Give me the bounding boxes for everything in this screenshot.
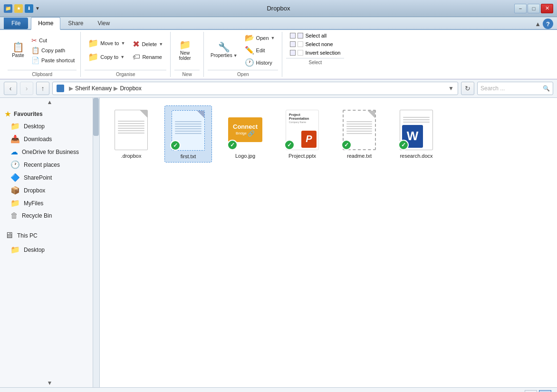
status-views: ⊞ ⊟ [525, 390, 551, 392]
file-item-dropbox[interactable]: .dropbox [107, 105, 155, 163]
ppt-title: Project Presentation [289, 113, 316, 121]
sidebar-item-recent[interactable]: 🕐 Recent places [0, 158, 99, 171]
sidebar-item-onedrive[interactable]: ☁ OneDrive for Business [0, 145, 99, 158]
open-icon: 📂 [245, 33, 254, 42]
properties-button[interactable]: 🔧 Properties ▼ [208, 41, 240, 59]
up-button[interactable]: ↑ [36, 82, 49, 95]
edit-icon: ✏️ [245, 46, 254, 55]
sidebar-item-desktop[interactable]: 📁 Desktop [0, 120, 99, 133]
edit-button[interactable]: ✏️ Edit [241, 44, 278, 56]
favourites-header: ★ Favourites [0, 106, 99, 120]
refresh-button[interactable]: ↻ [461, 82, 474, 95]
file-grid: .dropbox ✓ [107, 105, 549, 163]
file-icon-wrap-readme: ✓ [340, 108, 378, 151]
search-icon: 🔍 [543, 85, 550, 92]
history-button[interactable]: 🕐 History [241, 57, 278, 68]
window-icon-2: ★ [14, 4, 23, 13]
back-button[interactable]: ‹ [4, 82, 17, 95]
main-area: ▲ ★ Favourites 📁 Desktop 📥 Downloads ☁ O… [0, 98, 557, 387]
sidebar-item-sharepoint[interactable]: 🔷 SharePoint [0, 171, 99, 184]
organise-group: 📁 Move to ▼ 📁 Copy to ▼ ✖ Delete ▼ 🏷 [81, 32, 171, 77]
path-icon [57, 85, 64, 92]
title-bar: 📁 ★ ⬇ ▼ Dropbox − □ ✕ [0, 0, 557, 17]
doc-lines-dropbox [115, 119, 147, 135]
file-name-dropbox: .dropbox [121, 153, 142, 159]
tab-share[interactable]: Share [61, 18, 90, 29]
sidebar-label-onedrive: OneDrive for Business [22, 149, 79, 155]
help-button[interactable]: ? [543, 19, 553, 29]
folder-icon-dropbox: 📦 [10, 186, 20, 195]
organise-label: Organise [85, 70, 166, 77]
move-to-arrow: ▼ [121, 41, 125, 46]
file-item-logo[interactable]: Connect Bridge 🔗 ✓ Logo.jpg [221, 105, 269, 163]
sidebar-label-desktop: Desktop [24, 123, 45, 130]
tab-home[interactable]: Home [31, 17, 60, 30]
folder-icon-onedrive: ☁ [10, 147, 18, 156]
file-item-readme[interactable]: ✓ readme.txt [336, 105, 383, 163]
sidebar-item-desktop-pc[interactable]: 📁 Desktop [0, 243, 99, 256]
logo-text: Connect [233, 123, 258, 130]
file-icon-wrap-first: ✓ [169, 109, 207, 152]
list-view-button[interactable]: ⊞ [525, 390, 537, 392]
invert-selection-button[interactable]: Invert selection [288, 49, 342, 57]
restore-button[interactable]: □ [528, 4, 540, 13]
close-button[interactable]: ✕ [541, 4, 553, 13]
cut-button[interactable]: ✂ Cut [29, 36, 77, 45]
status-bar: 6 items 1 item selected 11 bytes ⊞ ⊟ [0, 387, 557, 392]
sidebar-scroll-down[interactable]: ▼ [0, 379, 99, 387]
paste-shortcut-icon: 📄 [31, 57, 39, 64]
sidebar-item-dropbox[interactable]: 📦 Dropbox [0, 184, 99, 197]
path-dropdown[interactable]: ▼ [448, 85, 454, 92]
tab-file[interactable]: File [4, 18, 28, 29]
doc-lines-research [400, 115, 432, 124]
window-icon-3: ⬇ [25, 4, 33, 13]
delete-button[interactable]: ✖ Delete ▼ [129, 38, 166, 51]
select-buttons: Select all Select none Invert selection [286, 32, 344, 57]
ribbon-collapse-button[interactable]: ▲ [535, 20, 541, 28]
icon-view-button[interactable]: ⊟ [539, 390, 551, 392]
sidebar-item-myfiles[interactable]: 📁 MyFiles [0, 197, 99, 210]
select-none-button[interactable]: Select none [288, 40, 342, 48]
copy-to-arrow: ▼ [120, 55, 125, 59]
organise-col2: ✖ Delete ▼ 🏷 Rename [129, 38, 166, 63]
open-label: Open [208, 70, 278, 77]
quick-access-arrow[interactable]: ▼ [35, 6, 40, 11]
address-path[interactable]: ▶ Sherif Kenawy ▶ Dropbox ▼ [52, 82, 458, 95]
ppt-badge: P [301, 131, 317, 148]
sidebar-item-downloads[interactable]: 📥 Downloads [0, 133, 99, 145]
paste-shortcut-button[interactable]: 📄 Paste shortcut [29, 56, 77, 65]
rename-button[interactable]: 🏷 Rename [129, 51, 166, 63]
folder-icon-sharepoint: 🔷 [10, 173, 20, 182]
sidebar-item-recycle[interactable]: 🗑 Recycle Bin [0, 210, 99, 222]
sidebar-thumb[interactable] [93, 98, 99, 136]
file-icon-wrap-logo: Connect Bridge 🔗 ✓ [226, 108, 264, 151]
file-item-first-txt[interactable]: ✓ first.txt [164, 105, 212, 163]
path-part-1: Sherif Kenawy [75, 85, 112, 92]
copy-to-button[interactable]: 📁 Copy to ▼ [85, 50, 128, 64]
sidebar-scroll-up[interactable]: ▲ [0, 98, 99, 106]
copy-path-button[interactable]: 📋 Copy path [29, 46, 77, 55]
folder-icon-desktop-pc: 📁 [10, 245, 20, 254]
delete-arrow: ▼ [159, 42, 163, 47]
sidebar-scrollbar[interactable] [93, 98, 99, 387]
file-item-pptx[interactable]: Project Presentation Company Name P ✓ Pr… [278, 105, 326, 163]
paste-button[interactable]: 📋 Paste [8, 41, 29, 59]
minimize-button[interactable]: − [514, 4, 527, 13]
forward-button[interactable]: › [20, 82, 33, 95]
sidebar-item-this-pc[interactable]: 🖥 This PC [0, 228, 99, 243]
select-none-icon2 [298, 41, 303, 47]
folder-icon-downloads: 📥 [10, 134, 20, 143]
folder-icon-recycle: 🗑 [10, 211, 18, 220]
tab-view[interactable]: View [91, 18, 116, 29]
window-icon-1: 📁 [4, 4, 12, 13]
search-box[interactable]: Search ... 🔍 [477, 82, 553, 95]
file-item-research[interactable]: W ✓ research.docx [393, 105, 440, 163]
file-name-research: research.docx [400, 153, 432, 159]
open-button[interactable]: 📂 Open ▼ [241, 32, 278, 44]
open-col: 📂 Open ▼ ✏️ Edit 🕐 History [241, 32, 278, 68]
new-folder-button[interactable]: 📁 New folder [174, 38, 195, 62]
open-buttons: 🔧 Properties ▼ 📂 Open ▼ ✏️ Edit 🕐 [208, 32, 278, 68]
window-title: Dropbox [0, 5, 557, 12]
select-all-button[interactable]: Select all [288, 32, 342, 39]
move-to-button[interactable]: 📁 Move to ▼ [85, 37, 128, 50]
